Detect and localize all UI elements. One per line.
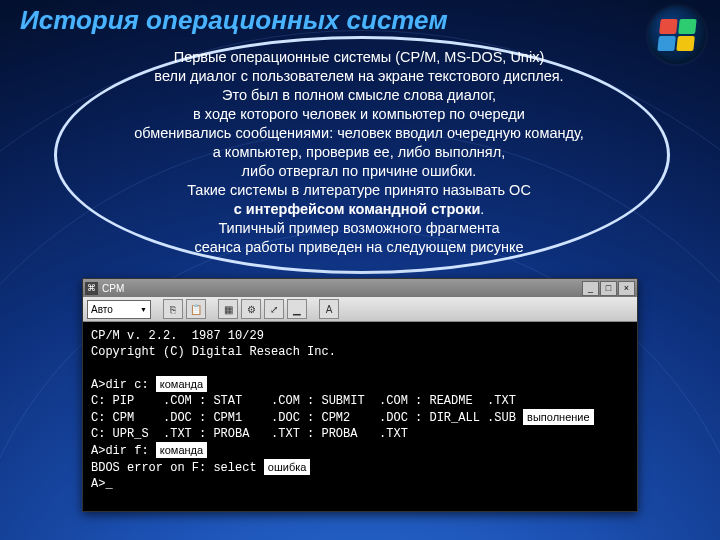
- body-line: с интерфейсом командной строки.: [54, 200, 664, 219]
- console-output: CP/M v. 2.2. 1987 10/29 Copyright (C) Di…: [83, 322, 637, 498]
- slide-title: История операционных систем: [20, 5, 448, 36]
- body-line: либо отвергал по причине ошибки.: [54, 162, 664, 181]
- toolbar-props-icon[interactable]: ⚙: [241, 299, 261, 319]
- toolbar-expand-icon[interactable]: ⤢: [264, 299, 284, 319]
- label-error: ошибка: [264, 459, 311, 475]
- terminal-window: ⌘ CPM _ □ × Авто▼ ⎘ 📋 ▦ ⚙ ⤢ ▁ A CP/M v. …: [82, 278, 638, 512]
- toolbar: Авто▼ ⎘ 📋 ▦ ⚙ ⤢ ▁ A: [83, 297, 637, 322]
- minimize-button[interactable]: _: [582, 281, 599, 296]
- label-command: команда: [156, 442, 207, 458]
- body-line: Первые операционные системы (CP/M, MS-DO…: [54, 48, 664, 67]
- body-line: обменивались сообщениями: человек вводил…: [54, 124, 664, 143]
- slide: История операционных систем Первые опера…: [0, 0, 720, 540]
- toolbar-copy-icon[interactable]: ⎘: [163, 299, 183, 319]
- body-line: Типичный пример возможного фрагмента: [54, 219, 664, 238]
- body-text: Первые операционные системы (CP/M, MS-DO…: [54, 48, 664, 257]
- window-caption: CPM: [102, 283, 581, 294]
- titlebar: ⌘ CPM _ □ ×: [83, 279, 637, 297]
- body-line: Такие системы в литературе принято назыв…: [54, 181, 664, 200]
- toolbar-paste-icon[interactable]: 📋: [186, 299, 206, 319]
- app-icon: ⌘: [85, 282, 98, 295]
- toolbar-font-icon[interactable]: A: [319, 299, 339, 319]
- chevron-down-icon: ▼: [140, 306, 147, 313]
- body-line: сеанса работы приведен на следующем рису…: [54, 238, 664, 257]
- body-line: а компьютер, проверив ее, либо выполнял,: [54, 143, 664, 162]
- label-command: команда: [156, 376, 207, 392]
- body-line: в ходе которого человек и компьютер по о…: [54, 105, 664, 124]
- body-line: Это был в полном смысле слова диалог,: [54, 86, 664, 105]
- close-button[interactable]: ×: [618, 281, 635, 296]
- toolbar-mini-icon[interactable]: ▁: [287, 299, 307, 319]
- font-size-select[interactable]: Авто▼: [87, 300, 151, 319]
- body-line: вели диалог с пользователем на экране те…: [54, 67, 664, 86]
- maximize-button[interactable]: □: [600, 281, 617, 296]
- toolbar-mark-icon[interactable]: ▦: [218, 299, 238, 319]
- label-execution: выполнение: [523, 409, 594, 425]
